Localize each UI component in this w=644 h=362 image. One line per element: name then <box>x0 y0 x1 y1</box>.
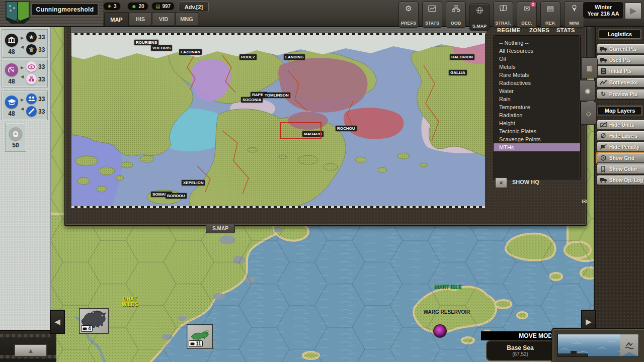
cubes-icon[interactable] <box>26 74 37 84</box>
grid-view-tab[interactable]: ▦ <box>582 57 598 78</box>
current-pts-button[interactable]: Current Pts <box>597 44 644 54</box>
layer-list-item[interactable]: MTHs <box>494 143 580 151</box>
eye-view-tab[interactable]: ◉ <box>580 80 596 101</box>
chart-icon <box>428 4 436 13</box>
layer-list-item[interactable]: Water <box>494 87 580 95</box>
layer-list-item[interactable]: -- Nothing -- <box>494 39 580 47</box>
people-icon[interactable] <box>26 94 37 104</box>
region-label-dhat-wilds: DHAT WILDS <box>115 296 145 307</box>
initial-pts-button[interactable]: Initial Pts <box>597 66 644 76</box>
regime-title[interactable]: Cunningmoreshold <box>31 3 99 16</box>
preview-pts-button[interactable]: ↻ Preview Pts <box>597 89 644 99</box>
layer-list-item[interactable]: Tectonic Plates <box>494 127 580 135</box>
hide-penalty-button[interactable]: Hide Penalty <box>597 142 644 152</box>
purple-creature-unit[interactable] <box>433 324 447 338</box>
tile-preview-image <box>557 334 639 357</box>
used-pts-button[interactable]: Used Pts <box>597 55 644 65</box>
crossed-tag-icon <box>599 144 607 150</box>
stats-button[interactable]: STATS <box>422 2 442 28</box>
button-label: Initial Pts <box>609 68 631 74</box>
map-border-bottom <box>71 206 485 208</box>
region-label-mart-isle: MART ISLE <box>434 284 462 290</box>
decisions-button[interactable]: 2 ✉ DEC. <box>517 2 537 28</box>
baton-icon[interactable] <box>26 106 37 117</box>
layer-list-item[interactable]: Radiation <box>494 111 580 119</box>
tag-view-tab[interactable]: ◇ <box>581 102 597 125</box>
bookmark-icon <box>599 166 607 172</box>
bottleneck-graph-icon <box>599 80 607 85</box>
bottlenecks-button[interactable]: Bottlenecks <box>597 77 644 87</box>
hide-units-button[interactable]: Hide Units <box>597 120 644 130</box>
show-grid-button[interactable]: Show Grid <box>597 153 644 163</box>
advisor-button[interactable]: Adv.[2] <box>179 2 209 12</box>
sun-icon: ☀ <box>107 4 112 9</box>
hide-labels-button[interactable]: ∅ Hide Labels <box>597 131 644 141</box>
layer-list-item[interactable]: Temperature <box>494 103 580 111</box>
mode-indicator: MOVE MODE <box>481 331 561 340</box>
tab-mng[interactable]: MNG <box>175 12 198 25</box>
arrow-back-icon: ◀ <box>21 107 24 111</box>
turn-year: Year 216 AA <box>587 11 619 17</box>
temple-icon[interactable] <box>5 34 18 47</box>
world-map-art <box>71 35 485 206</box>
mini-button[interactable]: MINI <box>564 2 584 28</box>
button-label: Hide Units <box>609 122 634 128</box>
globe-icon <box>476 6 484 15</box>
scroll-up-button[interactable]: ▲ <box>14 344 47 357</box>
button-label: S.MAP <box>472 24 487 29</box>
tile-coords: (67,52) <box>512 351 528 357</box>
layer-list-item[interactable]: Radioactives <box>494 79 580 87</box>
message-icon[interactable]: ✉ <box>582 198 587 205</box>
council-panel: 48 ▶ ◀ ★ ♛ 33 33 48 ▶ ◀ 33 33 <box>0 26 51 362</box>
beast-unit-counter[interactable]: 4 <box>79 308 109 334</box>
button-label: PREFS <box>401 21 416 26</box>
city-label: TOMLINSON <box>263 93 290 98</box>
scroll-left-button[interactable]: ◀ <box>50 310 65 334</box>
calculator-icon <box>599 68 607 74</box>
tab-vid[interactable]: VID <box>152 12 175 25</box>
reports-button[interactable]: ▤ REP. <box>540 2 560 28</box>
crown-icon[interactable]: ♛ <box>26 44 37 55</box>
city-label: XEPELION <box>182 180 205 186</box>
crossed-circle-icon: ∅ <box>599 132 607 139</box>
cards-icon <box>499 4 507 13</box>
fist-icon[interactable] <box>9 127 22 140</box>
layer-list-item[interactable]: All Resources <box>494 47 580 55</box>
map-layers-header: Map Layers <box>598 106 642 115</box>
button-label: Show Color <box>609 166 637 172</box>
show-op-log-button[interactable]: Show Op. Log <box>597 175 644 185</box>
eye-icon[interactable] <box>26 61 37 72</box>
show-hq-checkbox[interactable]: × <box>495 177 507 188</box>
oob-button[interactable]: OOB <box>446 2 466 28</box>
button-label: Preview Pts <box>609 92 637 97</box>
city-label: VOLORIS <box>151 45 172 51</box>
layer-list-item[interactable]: Metals <box>494 63 580 71</box>
lizard-unit-counter[interactable]: 11 <box>187 324 213 349</box>
smap-button[interactable]: S.MAP <box>469 4 490 31</box>
graduation-cap-icon[interactable] <box>5 96 18 109</box>
button-label: STRAT. <box>496 21 511 26</box>
layer-list-item[interactable]: Rain <box>494 95 580 103</box>
resource-value: 3 <box>114 4 117 9</box>
star-icon[interactable]: ★ <box>26 32 37 42</box>
world-map[interactable]: ROURIENS VOLORIS LAZONAN RODEZ LANDING R… <box>71 35 485 206</box>
tab-map[interactable]: MAP <box>104 12 129 26</box>
tile-name: Base Sea <box>507 344 533 351</box>
faction-flag[interactable] <box>5 1 30 25</box>
prefs-button[interactable]: ⚙ PREFS <box>398 2 419 28</box>
layer-list-item[interactable]: Scavenge Points <box>494 135 580 143</box>
tile-preview-panel[interactable] <box>551 328 644 362</box>
energy-resource: ☀ 3 <box>103 2 121 11</box>
strat-button[interactable]: STRAT. <box>493 2 513 28</box>
show-color-button[interactable]: Show Color <box>597 164 644 174</box>
layer-list-item[interactable]: Height <box>494 119 580 127</box>
button-label: Bottlenecks <box>609 80 638 85</box>
viewport-selection-rect[interactable] <box>280 122 321 139</box>
tab-his[interactable]: HIS <box>129 12 152 25</box>
hammer-sickle-icon[interactable] <box>5 63 18 76</box>
end-turn-button[interactable]: ▶ <box>624 2 642 20</box>
layer-list-item[interactable]: Rare Metals <box>494 71 580 79</box>
button-label: Used Pts <box>609 57 631 63</box>
layer-list-item[interactable]: Oil <box>494 55 580 63</box>
smap-window-tab[interactable]: S.MAP <box>206 224 235 233</box>
